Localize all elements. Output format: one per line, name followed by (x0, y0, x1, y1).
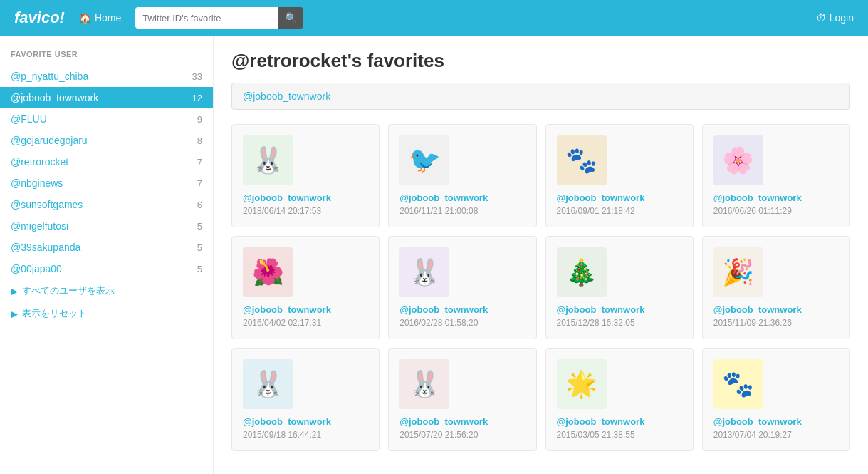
card-user[interactable]: @joboob_townwork (243, 304, 331, 315)
card-user[interactable]: @joboob_townwork (713, 304, 802, 315)
list-item: 🎄 @joboob_townwork 2015/12/28 16:32:05 (545, 236, 694, 339)
sidebar-item-user[interactable]: @joboob_townwork 12 (0, 87, 213, 108)
sidebar-count: 6 (197, 200, 202, 210)
card-user[interactable]: @joboob_townwork (399, 416, 488, 427)
cards-grid: 🐰 @joboob_townwork 2018/06/14 20:17:53 🐦… (231, 124, 850, 451)
card-date: 2016/06/26 01:11:29 (713, 206, 792, 216)
card-emoji: 🌟 (565, 369, 597, 399)
title-user: @retrorocket (231, 50, 347, 71)
sidebar-item-user[interactable]: @retrorocket 7 (0, 151, 213, 172)
card-emoji: 🐰 (252, 369, 284, 399)
card-user[interactable]: @joboob_townwork (243, 416, 331, 427)
card-user[interactable]: @joboob_townwork (713, 416, 802, 427)
filter-user: @joboob_townwork (243, 91, 330, 102)
card-date: 2016/09/01 21:18:42 (557, 206, 635, 216)
sidebar-count: 5 (197, 242, 202, 253)
sidebar-item-user[interactable]: @gojarudegojaru 8 (0, 130, 213, 151)
home-icon: 🏠 (79, 12, 91, 24)
sidebar-count: 7 (197, 178, 202, 189)
sidebar-item-user[interactable]: @nbginews 7 (0, 172, 213, 194)
show-all-link[interactable]: ▶ すべてのユーザを表示 (0, 279, 213, 302)
sidebar-count: 8 (197, 135, 202, 146)
card-date: 2015/11/09 21:36:26 (713, 318, 792, 328)
card-emoji: 🐦 (409, 145, 441, 175)
list-item: 🐰 @joboob_townwork 2016/02/28 01:58:20 (388, 236, 536, 339)
card-date: 2018/06/14 20:17:53 (243, 206, 321, 216)
list-item: 🐰 @joboob_townwork 2015/07/20 21:56:20 (388, 348, 536, 451)
sidebar-item-user[interactable]: @00japa00 5 (0, 258, 213, 279)
sidebar-count: 9 (197, 114, 202, 125)
sidebar-username: @retrorocket (11, 156, 68, 168)
list-item: 🎉 @joboob_townwork 2015/11/09 21:36:26 (702, 236, 850, 339)
main-content: @retrorocket's favorites @joboob_townwor… (214, 36, 868, 474)
home-label: Home (95, 12, 121, 24)
search-icon: 🔍 (285, 12, 297, 24)
card-user[interactable]: @joboob_townwork (713, 192, 802, 203)
card-date: 2016/11/21 21:00:08 (399, 206, 478, 216)
sidebar-count: 12 (192, 93, 202, 103)
sidebar-count: 7 (197, 157, 202, 168)
card-emoji: 🐾 (565, 145, 597, 175)
card-image: 🐾 (557, 135, 607, 185)
card-emoji: 🐾 (722, 369, 754, 399)
card-image: 🐰 (399, 359, 449, 409)
card-emoji: 🐰 (409, 369, 441, 399)
clock-icon: ⏱ (816, 12, 826, 24)
sidebar-item-user[interactable]: @migelfutosi 5 (0, 215, 213, 237)
search-button[interactable]: 🔍 (278, 7, 303, 29)
logo: favico! (14, 9, 65, 27)
card-user[interactable]: @joboob_townwork (399, 192, 488, 203)
card-user[interactable]: @joboob_townwork (243, 192, 331, 203)
search-input[interactable] (135, 7, 278, 29)
list-item: 🌸 @joboob_townwork 2016/06/26 01:11:29 (702, 124, 850, 227)
sidebar-section-title: FAVORITE USER (0, 50, 213, 66)
header-right: ⏱ Login (816, 12, 854, 24)
sidebar-users: @p_nyattu_chiba 33 @joboob_townwork 12 @… (0, 66, 213, 279)
header-left: favico! 🏠 Home 🔍 (14, 7, 303, 29)
sidebar-item-user[interactable]: @FLUU 9 (0, 108, 213, 130)
card-image: 🌸 (713, 135, 763, 185)
card-user[interactable]: @joboob_townwork (399, 304, 488, 315)
card-date: 2015/12/28 16:32:05 (557, 318, 635, 328)
card-user[interactable]: @joboob_townwork (557, 304, 645, 315)
title-suffix: 's favorites (347, 50, 444, 71)
sidebar-username: @p_nyattu_chiba (11, 71, 88, 82)
card-image: 🌟 (557, 359, 607, 409)
triangle-icon-all: ▶ (11, 286, 18, 297)
card-emoji: 🎄 (565, 257, 597, 287)
card-date: 2015/07/20 21:56:20 (399, 430, 478, 440)
card-image: 🐰 (243, 135, 293, 185)
header: favico! 🏠 Home 🔍 ⏱ Login (0, 0, 868, 36)
card-user[interactable]: @joboob_townwork (557, 416, 645, 427)
sidebar-item-user[interactable]: @sunsoftgames 6 (0, 194, 213, 215)
card-image: 🐰 (243, 359, 293, 409)
card-image: 🐦 (399, 135, 449, 185)
search-container: 🔍 (135, 7, 303, 29)
card-emoji: 🎉 (722, 257, 754, 287)
reset-link[interactable]: ▶ 表示をリセット (0, 302, 213, 325)
card-date: 2016/02/28 01:58:20 (399, 318, 478, 328)
sidebar-count: 5 (197, 221, 202, 232)
sidebar-username: @nbginews (11, 177, 63, 189)
list-item: 🐾 @joboob_townwork 2013/07/04 20:19:27 (702, 348, 850, 451)
sidebar-count: 33 (192, 71, 202, 82)
reset-label: 表示をリセット (22, 307, 87, 320)
page-title: @retrorocket's favorites (231, 50, 850, 72)
sidebar-count: 5 (197, 264, 202, 274)
login-link[interactable]: ⏱ Login (816, 12, 854, 24)
sidebar-username: @joboob_townwork (11, 92, 98, 103)
sidebar-username: @FLUU (11, 113, 47, 125)
layout: FAVORITE USER @p_nyattu_chiba 33 @joboob… (0, 36, 868, 474)
sidebar-item-user[interactable]: @p_nyattu_chiba 33 (0, 66, 213, 87)
login-label: Login (830, 12, 854, 24)
sidebar-username: @00japa00 (11, 263, 62, 274)
card-emoji: 🐰 (409, 257, 441, 287)
list-item: 🐦 @joboob_townwork 2016/11/21 21:00:08 (388, 124, 536, 227)
card-user[interactable]: @joboob_townwork (557, 192, 645, 203)
home-link[interactable]: 🏠 Home (79, 12, 121, 24)
sidebar-username: @gojarudegojaru (11, 135, 88, 146)
card-date: 2015/09/18 16:44:21 (243, 430, 321, 440)
card-image: 🌺 (243, 247, 293, 297)
sidebar-item-user[interactable]: @39sakupanda 5 (0, 237, 213, 258)
list-item: 🐾 @joboob_townwork 2016/09/01 21:18:42 (545, 124, 694, 227)
